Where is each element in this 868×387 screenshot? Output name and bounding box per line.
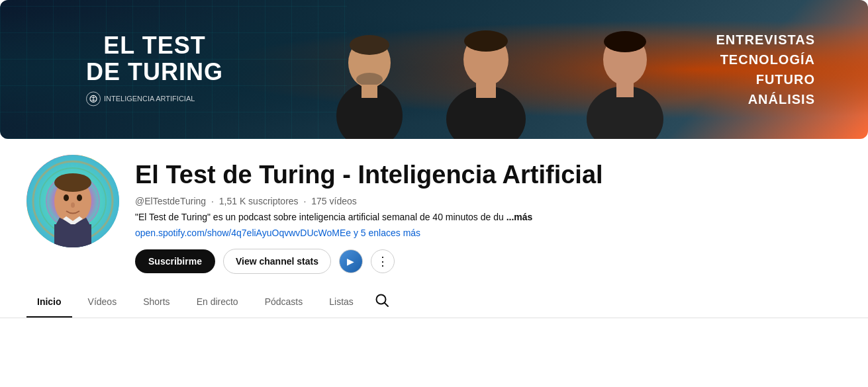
svg-point-22: [54, 173, 91, 192]
channel-icon-button[interactable]: ▶: [339, 249, 363, 273]
channel-name: El Test de Turing - Inteligencia Artific…: [135, 160, 842, 191]
nav-item-listas[interactable]: Listas: [318, 287, 364, 318]
banner-title-right: ENTREVISTAS TECNOLOGÍA FUTURO ANÁLISIS: [716, 30, 815, 109]
svg-rect-12: [476, 83, 496, 98]
svg-rect-16: [616, 83, 634, 97]
meta-dot-2: ·: [303, 196, 306, 206]
play-icon: ▶: [347, 256, 354, 267]
channel-link[interactable]: open.spotify.com/show/4q7eliAyuOqvwvDUcW…: [135, 228, 842, 238]
channel-subscribers: 1,51 K suscriptores: [219, 196, 299, 206]
channel-avatar: [26, 155, 119, 247]
channel-banner: EL TEST DE TURING INTELIGENCIA ARTIFICIA…: [0, 0, 868, 139]
svg-point-7: [356, 73, 383, 86]
nav-item-inicio[interactable]: Inicio: [26, 287, 72, 318]
svg-point-24: [77, 194, 82, 201]
svg-point-23: [64, 194, 69, 201]
svg-rect-28: [54, 224, 91, 247]
svg-point-11: [464, 30, 508, 52]
avatar-inner: [26, 155, 119, 247]
channel-video-count: 175 vídeos: [311, 196, 357, 206]
more-options-button[interactable]: ⋮: [371, 249, 395, 273]
channel-meta: @ElTestdeTuring · 1,51 K suscriptores · …: [135, 196, 842, 206]
nav-item-shorts[interactable]: Shorts: [132, 287, 180, 318]
svg-point-15: [604, 31, 646, 52]
nav-item-podcasts[interactable]: Pódcasts: [254, 287, 314, 318]
channel-nav: Inicio Vídeos Shorts En directo Pódcasts…: [0, 287, 868, 318]
svg-rect-8: [362, 85, 377, 98]
svg-point-25: [71, 202, 75, 208]
banner-logo: INTELIGENCIA ARTIFICIAL: [86, 92, 223, 107]
person-2: [433, 13, 539, 139]
channel-description: "El Test de Turing" es un podcast sobre …: [135, 212, 599, 222]
meta-dot-1: ·: [211, 196, 214, 206]
banner-title-left: EL TEST DE TURING INTELIGENCIA ARTIFICIA…: [86, 32, 223, 106]
channel-actions: Suscribirme View channel stats ▶ ⋮: [135, 249, 842, 274]
more-dots-icon: ⋮: [377, 254, 389, 269]
channel-section: El Test de Turing - Inteligencia Artific…: [0, 139, 868, 274]
banner-logo-icon: [86, 92, 101, 107]
search-icon[interactable]: [375, 293, 389, 311]
nav-item-en-directo[interactable]: En directo: [186, 287, 249, 318]
banner-people: [304, 0, 695, 139]
person-1: [323, 13, 416, 139]
banner-title: EL TEST DE TURING: [86, 32, 223, 85]
svg-line-30: [384, 303, 388, 307]
channel-desc-more[interactable]: ...más: [506, 212, 533, 222]
nav-item-videos[interactable]: Vídeos: [77, 287, 128, 318]
person-3: [575, 13, 675, 139]
channel-info: El Test de Turing - Inteligencia Artific…: [135, 155, 842, 274]
channel-handle: @ElTestdeTuring: [135, 196, 206, 206]
view-stats-button[interactable]: View channel stats: [223, 249, 331, 274]
svg-point-6: [350, 35, 389, 55]
subscribe-button[interactable]: Suscribirme: [135, 249, 215, 273]
